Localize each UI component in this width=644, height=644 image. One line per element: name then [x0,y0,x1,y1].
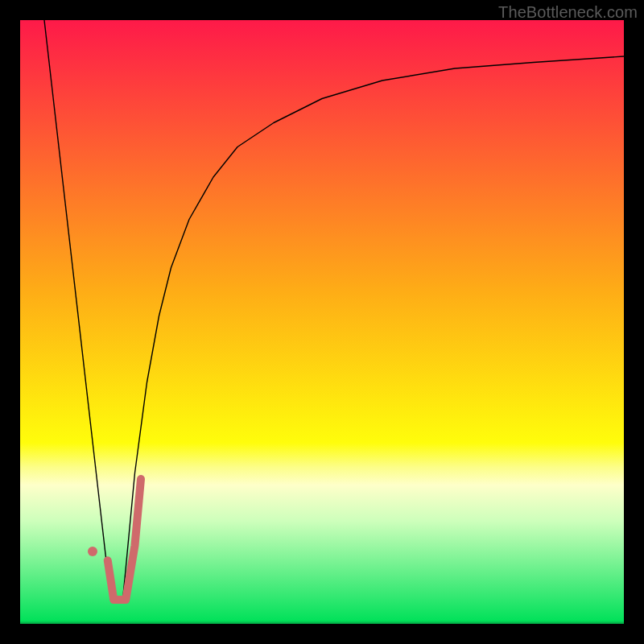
watermark-text: TheBottleneck.com [498,3,638,22]
plot-area [20,20,624,624]
series-left-arm [44,20,111,600]
marker-highlight-dot [88,547,97,556]
plot-overlay [20,20,624,624]
chart-frame: TheBottleneck.com [0,0,644,644]
series-right-arm [123,56,625,600]
